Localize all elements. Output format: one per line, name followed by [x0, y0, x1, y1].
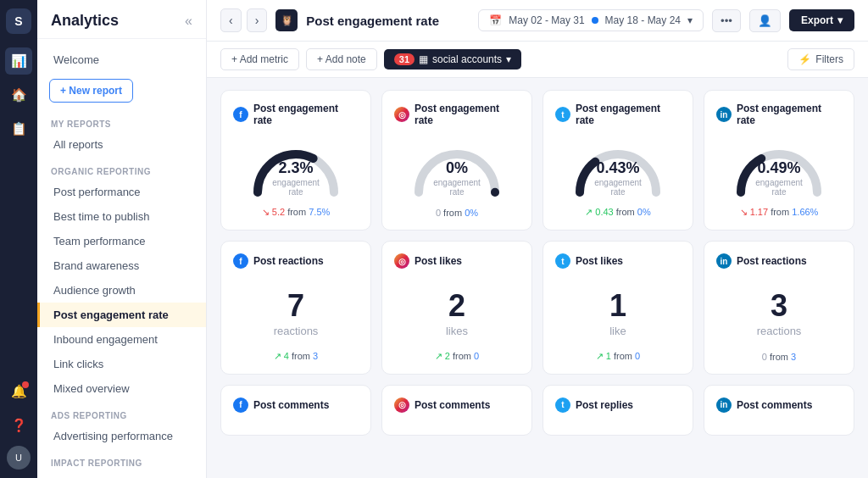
add-metric-button[interactable]: + Add metric [220, 48, 299, 70]
trend-fb-reactions-val: 4 [284, 351, 289, 361]
back-button[interactable]: ‹ [220, 8, 242, 32]
tw-likes-unit: like [555, 325, 681, 337]
tw-likes-num: 1 [555, 289, 681, 323]
accounts-arrow: ▾ [506, 53, 511, 65]
fb-reactions-icon: f [233, 253, 248, 269]
trend-li-reactions-from-val: 3 [791, 352, 796, 362]
sidebar-item-brand-awareness[interactable]: Brand awareness [37, 253, 206, 278]
trend-ig-likes-from: from [453, 351, 471, 361]
ig-likes-num: 2 [394, 289, 520, 323]
sidebar: Analytics « Welcome + New report MY REPO… [37, 0, 207, 478]
nav-icon-help[interactable]: ❓ [5, 412, 32, 439]
fb-icon: f [233, 107, 248, 122]
trend-ig-likes-from-val: 0 [474, 351, 479, 361]
trend-tw-likes-val: 1 [606, 351, 611, 361]
sidebar-item-all-reports[interactable]: All reports [37, 132, 206, 157]
sidebar-item-advertising[interactable]: Advertising performance [37, 424, 206, 448]
sidebar-item-team-performance[interactable]: Team performance [37, 229, 206, 253]
card-tw-title: Post engagement rate [576, 103, 681, 126]
gauge-tw: 0.43% engagement rate [555, 135, 681, 200]
gauge-ig-value: 0% [433, 159, 481, 178]
li-big-number: 3 reactions [716, 277, 842, 344]
export-arrow: ▾ [837, 14, 843, 26]
fb-big-number: 7 reactions [233, 277, 359, 344]
bar-chart-icon: ▦ [419, 53, 428, 65]
gauge-cards-row: f Post engagement rate 2.3% engagement r… [220, 90, 854, 231]
filters-button[interactable]: ⚡ Filters [787, 48, 854, 70]
sidebar-item-post-performance[interactable]: Post performance [37, 180, 206, 204]
ig-likes-icon: ◎ [394, 253, 409, 269]
card-fb-engagement-rate: f Post engagement rate 2.3% engagement r… [220, 90, 371, 231]
trend-fb-reactions-from: from [292, 351, 310, 361]
accounts-count-badge: 31 [394, 53, 415, 65]
card-fb-comments: f Post comments [220, 385, 371, 436]
page-title: Post engagement rate [306, 14, 470, 28]
card-fb-reactions-footer: ↗ 4 from 3 [233, 344, 359, 362]
toolbar: + Add metric + Add note 31 ▦ social acco… [207, 42, 868, 78]
card-ig-likes-footer: ↗ 2 from 0 [394, 344, 520, 362]
trend-li-reactions-from: from [770, 352, 788, 362]
li-reactions-icon: in [716, 253, 732, 269]
trend-fb-reactions-icon: ↗ [274, 351, 281, 361]
card-ig-likes-header: ◎ Post likes [394, 253, 520, 269]
sidebar-item-link-clicks[interactable]: Link clicks [37, 352, 206, 376]
add-note-button[interactable]: + Add note [306, 48, 377, 70]
tw-icon: t [555, 107, 570, 122]
gauge-fb-value: 2.3% [272, 159, 320, 178]
sidebar-item-welcome[interactable]: Welcome [37, 47, 206, 72]
trend-li-reactions-val: 0 [762, 352, 767, 362]
card-tw-likes-title: Post likes [576, 255, 623, 267]
icon-nav-bar: S 📊 🏠 📋 🔔 ❓ U [0, 0, 37, 478]
nav-icon-reports[interactable]: 📋 [5, 115, 32, 142]
new-report-button[interactable]: + New report [49, 79, 133, 103]
date-range-primary[interactable]: 📅 May 02 - May 31 May 18 - May 24 ▾ [478, 9, 704, 31]
fb-comments-icon: f [233, 397, 248, 413]
card-tw-likes-header: t Post likes [555, 253, 681, 269]
accounts-label: social accounts [432, 53, 502, 65]
trend-fb-from: from [287, 207, 306, 217]
trend-tw-icon: ↗ [585, 207, 593, 217]
comments-cards-row: f Post comments ◎ Post comments t Post r… [220, 385, 854, 436]
filter-icon: ⚡ [798, 53, 811, 65]
sidebar-item-inbound[interactable]: Inbound engagement [37, 327, 206, 352]
forward-button[interactable]: › [247, 8, 268, 32]
filters-label: Filters [815, 53, 843, 65]
date-chevron-icon: ▾ [687, 14, 693, 26]
logo: S [6, 8, 31, 34]
card-fb-reactions-title: Post reactions [253, 255, 324, 267]
trend-fb-icon: ↘ [262, 207, 270, 217]
trend-tw-from-val: 0% [637, 207, 651, 217]
sidebar-item-audience-growth[interactable]: Audience growth [37, 278, 206, 303]
trend-li-from-val: 1.66% [792, 207, 818, 217]
card-fb-footer: ↘ 5.2 from 7.5% [233, 200, 359, 218]
export-button[interactable]: Export ▾ [789, 9, 854, 31]
card-li-reactions: in Post reactions 3 reactions 0 from 3 [704, 241, 854, 375]
li-reactions-unit: reactions [716, 325, 842, 337]
section-label-organic: ORGANIC REPORTING [37, 157, 206, 180]
tw-big-number: 1 like [555, 277, 681, 344]
calendar-icon: 📅 [489, 14, 502, 26]
ig-likes-unit: likes [394, 325, 520, 337]
card-li-title: Post engagement rate [737, 103, 842, 126]
social-accounts-button[interactable]: 31 ▦ social accounts ▾ [384, 49, 521, 69]
sidebar-item-post-engagement[interactable]: Post engagement rate [37, 303, 206, 327]
trend-fb-value: 5.2 [272, 207, 285, 217]
grid-container: f Post engagement rate 2.3% engagement r… [207, 78, 868, 478]
fb-reactions-unit: reactions [233, 325, 359, 337]
tw-replies-icon: t [555, 397, 570, 413]
topbar-nav: ‹ › [220, 8, 267, 32]
card-fb-comments-header: f Post comments [233, 397, 359, 413]
nav-icon-alerts[interactable]: 🔔 [5, 378, 32, 405]
nav-icon-home[interactable]: 🏠 [5, 81, 32, 108]
sidebar-item-mixed[interactable]: Mixed overview [37, 376, 206, 401]
li-icon: in [716, 107, 732, 122]
user-button[interactable]: 👤 [749, 9, 781, 32]
trend-tw-from: from [616, 207, 635, 217]
avatar[interactable]: U [7, 446, 31, 470]
collapse-button[interactable]: « [185, 14, 192, 29]
card-tw-header: t Post engagement rate [555, 103, 681, 126]
nav-icon-analytics[interactable]: 📊 [5, 47, 32, 75]
card-ig-title: Post engagement rate [415, 103, 520, 126]
sidebar-item-best-time[interactable]: Best time to publish [37, 204, 206, 229]
more-button[interactable]: ••• [712, 9, 741, 32]
